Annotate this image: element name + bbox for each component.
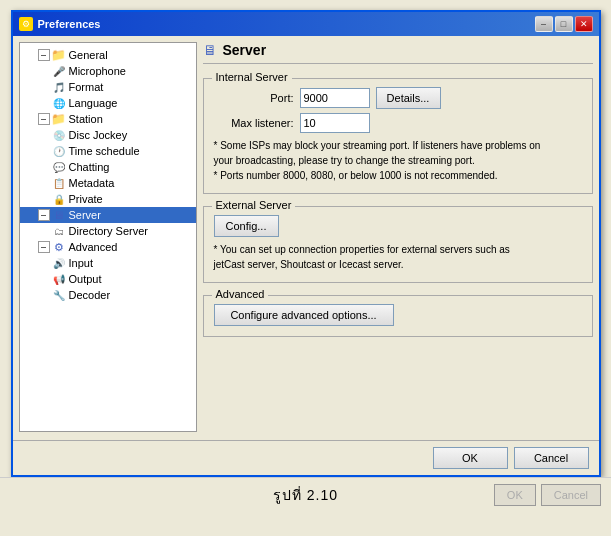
tree-label-station: Station <box>69 113 103 125</box>
output-icon: 📢 <box>52 272 66 286</box>
tree-toggle-advanced[interactable]: – <box>38 241 50 253</box>
right-panel: 🖥 Server Internal Server Port: Details..… <box>203 42 593 432</box>
disc-icon: 💿 <box>52 128 66 142</box>
input-icon: 🔊 <box>52 256 66 270</box>
port-label: Port: <box>214 92 294 104</box>
dialog-body: – 📁 General 🎤 Microphone 🎵 Format 🌐 Lang… <box>13 36 599 438</box>
port-row: Port: Details... <box>214 87 582 109</box>
tree-label-advanced: Advanced <box>69 241 118 253</box>
tree-label-input: Input <box>69 257 93 269</box>
configure-advanced-button[interactable]: Configure advanced options... <box>214 304 394 326</box>
title-bar: ⚙ Preferences – □ ✕ <box>13 12 599 36</box>
folder-icon-station: 📁 <box>52 112 66 126</box>
tree-label-format: Format <box>69 81 104 93</box>
tree-label-private: Private <box>69 193 103 205</box>
tree-label-general: General <box>69 49 108 61</box>
tree-item-language[interactable]: 🌐 Language <box>20 95 196 111</box>
max-listener-input[interactable] <box>300 113 370 133</box>
tree-item-advanced[interactable]: – ⚙ Advanced <box>20 239 196 255</box>
lang-icon: 🌐 <box>52 96 66 110</box>
minimize-button[interactable]: – <box>535 16 553 32</box>
advanced-icon: ⚙ <box>52 240 66 254</box>
max-listener-row: Max listener: <box>214 113 582 133</box>
tree-label-time-schedule: Time schedule <box>69 145 140 157</box>
tree-label-disc-jockey: Disc Jockey <box>69 129 128 141</box>
tree-item-directory-server[interactable]: 🗂 Directory Server <box>20 223 196 239</box>
tree-label-server: Server <box>69 209 101 221</box>
window-icon: ⚙ <box>19 17 33 31</box>
tree-toggle-station[interactable]: – <box>38 113 50 125</box>
tree-item-input[interactable]: 🔊 Input <box>20 255 196 271</box>
tree-item-disc-jockey[interactable]: 💿 Disc Jockey <box>20 127 196 143</box>
tree-toggle-general[interactable]: – <box>38 49 50 61</box>
tree-item-metadata[interactable]: 📋 Metadata <box>20 175 196 191</box>
tree-item-station[interactable]: – 📁 Station <box>20 111 196 127</box>
ghost-cancel-button: Cancel <box>541 484 601 506</box>
note-icon-format: 🎵 <box>52 80 66 94</box>
folder-icon-general: 📁 <box>52 48 66 62</box>
meta-icon: 📋 <box>52 176 66 190</box>
tree-toggle-server[interactable]: – <box>38 209 50 221</box>
panel-header: 🖥 Server <box>203 42 593 64</box>
tree-panel: – 📁 General 🎤 Microphone 🎵 Format 🌐 Lang… <box>19 42 197 432</box>
tree-item-microphone[interactable]: 🎤 Microphone <box>20 63 196 79</box>
internal-server-legend: Internal Server <box>212 71 292 83</box>
panel-header-title: Server <box>223 42 267 58</box>
dir-icon: 🗂 <box>52 224 66 238</box>
details-button[interactable]: Details... <box>376 87 441 109</box>
mic-icon: 🎤 <box>52 64 66 78</box>
server-icon: 🖥 <box>52 208 66 222</box>
title-bar-left: ⚙ Preferences <box>19 17 101 31</box>
tree-label-microphone: Microphone <box>69 65 126 77</box>
cancel-button[interactable]: Cancel <box>514 447 589 469</box>
tree-label-directory-server: Directory Server <box>69 225 148 237</box>
chat-icon: 💬 <box>52 160 66 174</box>
internal-server-note: * Some ISPs may block your streaming por… <box>214 138 582 183</box>
bottom-ghost-buttons: OK Cancel <box>494 484 601 506</box>
tree-label-metadata: Metadata <box>69 177 115 189</box>
ok-button[interactable]: OK <box>433 447 508 469</box>
bottom-bar: รูปที่ 2.10 OK Cancel <box>0 477 611 510</box>
ghost-ok-button: OK <box>494 484 536 506</box>
preferences-dialog: ⚙ Preferences – □ ✕ – 📁 General 🎤 Microp… <box>11 10 601 477</box>
tree-item-private[interactable]: 🔒 Private <box>20 191 196 207</box>
maximize-button[interactable]: □ <box>555 16 573 32</box>
tree-label-decoder: Decoder <box>69 289 111 301</box>
window-title: Preferences <box>38 18 101 30</box>
config-button[interactable]: Config... <box>214 215 279 237</box>
external-server-group: External Server Config... * You can set … <box>203 206 593 283</box>
close-button[interactable]: ✕ <box>575 16 593 32</box>
external-server-note: * You can set up connection properties f… <box>214 242 582 272</box>
external-server-legend: External Server <box>212 199 296 211</box>
tree-item-decoder[interactable]: 🔧 Decoder <box>20 287 196 303</box>
window-controls: – □ ✕ <box>535 16 593 32</box>
port-input[interactable] <box>300 88 370 108</box>
advanced-legend: Advanced <box>212 288 269 300</box>
tree-item-time-schedule[interactable]: 🕐 Time schedule <box>20 143 196 159</box>
max-listener-label: Max listener: <box>214 117 294 129</box>
internal-server-group: Internal Server Port: Details... Max lis… <box>203 78 593 194</box>
tree-item-chatting[interactable]: 💬 Chatting <box>20 159 196 175</box>
panel-header-icon: 🖥 <box>203 42 217 58</box>
tree-label-output: Output <box>69 273 102 285</box>
tree-item-format[interactable]: 🎵 Format <box>20 79 196 95</box>
tree-label-language: Language <box>69 97 118 109</box>
bottom-label: รูปที่ 2.10 <box>273 484 338 506</box>
tree-item-server[interactable]: – 🖥 Server <box>20 207 196 223</box>
private-icon: 🔒 <box>52 192 66 206</box>
clock-icon: 🕐 <box>52 144 66 158</box>
advanced-group: Advanced Configure advanced options... <box>203 295 593 337</box>
tree-item-output[interactable]: 📢 Output <box>20 271 196 287</box>
tree-item-general[interactable]: – 📁 General <box>20 47 196 63</box>
decoder-icon: 🔧 <box>52 288 66 302</box>
tree-label-chatting: Chatting <box>69 161 110 173</box>
dialog-footer: OK Cancel <box>13 440 599 475</box>
